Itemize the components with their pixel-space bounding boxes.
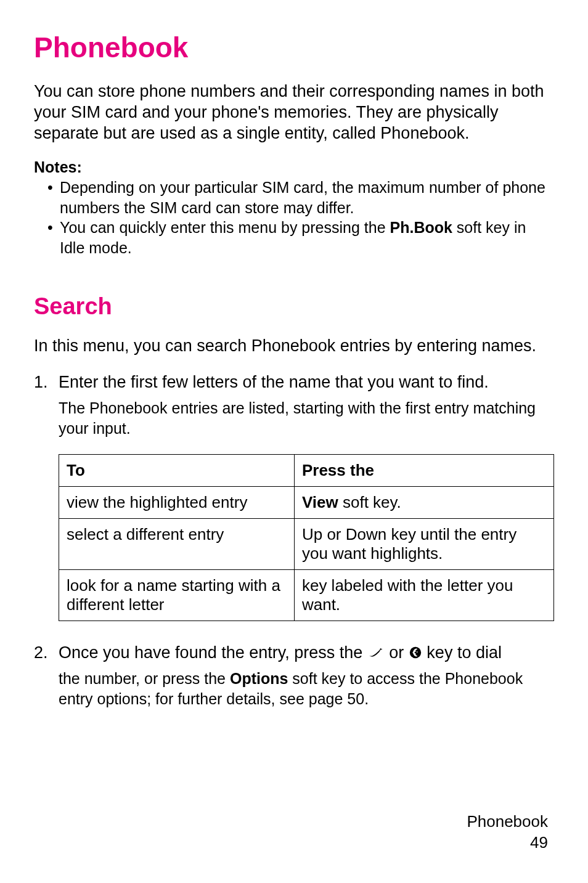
table-row: view the highlighted entry View soft key…: [59, 487, 554, 519]
step-number: 1.: [34, 372, 48, 393]
table-cell-to: view the highlighted entry: [59, 487, 295, 519]
intro-paragraph: You can store phone numbers and their co…: [34, 81, 554, 144]
step-text-between: or: [389, 643, 409, 662]
table-cell-press: key labeled with the letter you want.: [294, 570, 553, 621]
notes-label: Notes:: [34, 158, 554, 176]
notes-list: Depending on your particular SIM card, t…: [34, 177, 554, 258]
footer-page-number: 49: [467, 832, 548, 853]
step-sub-pre: the number, or press the: [59, 670, 230, 687]
page-footer: Phonebook 49: [467, 812, 548, 853]
table-header-press: Press the: [294, 455, 553, 487]
notes-item-text-bold: Ph.Book: [390, 219, 452, 236]
action-table: To Press the view the highlighted entry …: [59, 454, 554, 621]
notes-item-text-pre: You can quickly enter this menu by press…: [60, 219, 390, 236]
step-text: Enter the first few letters of the name …: [59, 373, 489, 391]
table-cell-post: soft key.: [338, 493, 401, 511]
step-sub-bold: Options: [230, 670, 288, 687]
table-row: look for a name starting with a differen…: [59, 570, 554, 621]
table-row: select a different entry Up or Down key …: [59, 519, 554, 570]
search-steps: 1. Enter the first few letters of the na…: [34, 372, 554, 438]
notes-item: Depending on your particular SIM card, t…: [47, 177, 554, 218]
notes-item-text: Depending on your particular SIM card, t…: [60, 179, 545, 216]
step-subtext: the number, or press the Options soft ke…: [59, 669, 554, 709]
table-cell-bold: View: [302, 493, 338, 511]
svg-point-0: [410, 647, 421, 658]
notes-item: You can quickly enter this menu by press…: [47, 218, 554, 258]
search-steps-2: 2. Once you have found the entry, press …: [34, 642, 554, 709]
table-cell-to: look for a name starting with a differen…: [59, 570, 295, 621]
step-text-post: key to dial: [427, 643, 502, 662]
search-heading: Search: [34, 293, 554, 320]
step-text-pre: Once you have found the entry, press the: [59, 643, 367, 662]
step-subtext: The Phonebook entries are listed, starti…: [59, 398, 554, 438]
step-1: 1. Enter the first few letters of the na…: [34, 372, 554, 438]
table-cell-press: View soft key.: [294, 487, 553, 519]
svg-point-1: [417, 651, 418, 653]
table-header-to: To: [59, 455, 295, 487]
footer-section: Phonebook: [467, 812, 548, 832]
table-header-row: To Press the: [59, 455, 554, 487]
step-number: 2.: [34, 642, 48, 664]
table-cell-to: select a different entry: [59, 519, 295, 570]
page-title: Phonebook: [34, 31, 554, 64]
step-2: 2. Once you have found the entry, press …: [34, 642, 554, 709]
ok-icon: [409, 643, 427, 662]
table-cell-press: Up or Down key until the entry you want …: [294, 519, 553, 570]
search-intro: In this menu, you can search Phonebook e…: [34, 336, 554, 357]
call-icon: [367, 643, 390, 662]
